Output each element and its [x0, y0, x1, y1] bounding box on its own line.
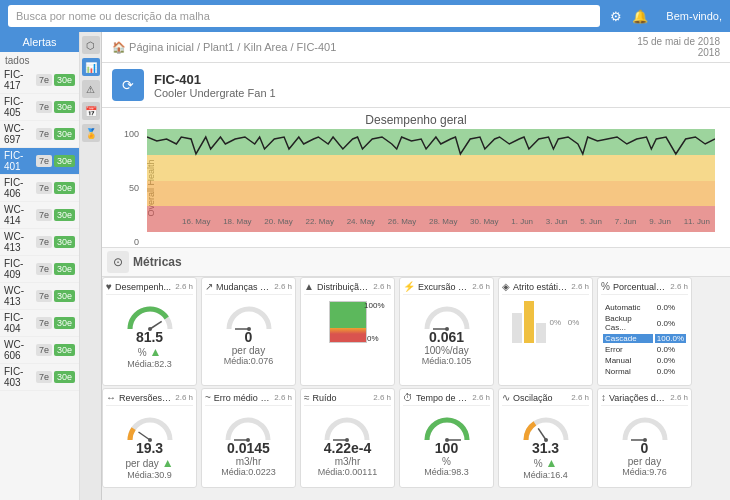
x-label: 3. Jun [546, 217, 568, 232]
metric-value: 81.5 [124, 329, 176, 345]
metric-card-erromdioa[interactable]: ~ Erro médio a... 2.6 h 0.0145 m3/hr Méd… [201, 388, 296, 488]
metric-avg: Média:0.105 [421, 356, 473, 366]
metric-card-tempodeati[interactable]: ⏱ Tempo de ati... 2.6 h 100 % Média:98.3 [399, 388, 494, 488]
sidebar-item-WC-606[interactable]: WC-606 7e 30e [0, 337, 79, 364]
content-area: 🏠 Página inicial / Plant1 / Kiln Area / … [102, 32, 730, 500]
x-label: 9. Jun [649, 217, 671, 232]
metric-card-atritoesttico[interactable]: ◈ Atrito estático... 2.6 h 0% 0% [498, 277, 593, 386]
gauge-wrapper: 0 per day Média:9.76 [619, 412, 671, 477]
sidebar-item-FIC-405[interactable]: FIC-405 7e 30e [0, 94, 79, 121]
sidebar-item-name: WC-413 [4, 231, 34, 253]
static-bar-label: 0% 0% [550, 318, 580, 327]
metric-card-porcentuald[interactable]: % Porcentual d... 2.6 h Automatic0.0%Bac… [597, 277, 692, 386]
nav-icon-calendar[interactable]: 📅 [82, 102, 100, 120]
sidebar-item-FIC-401[interactable]: FIC-401 7e 30e [0, 148, 79, 175]
y-label-100: 100 [124, 129, 139, 139]
metric-card-distribuio[interactable]: ▲ Distribuição ... 2.6 h 100% 0% [300, 277, 395, 386]
metric-card-title: Distribuição ... [317, 282, 370, 292]
sidebar-badge-1: 7e [36, 101, 52, 113]
gauge-wrapper: 31.3 % ▲ Média:16.4 [520, 412, 572, 480]
sidebar-badge-1: 7e [36, 236, 52, 248]
sidebar-badge-1: 7e [36, 317, 52, 329]
metric-card-title: Mudanças d... [216, 282, 271, 292]
y-label-0: 0 [134, 237, 139, 247]
chart-y-labels: 100 50 0 [112, 129, 142, 247]
sidebar-item-FIC-404[interactable]: FIC-404 7e 30e [0, 310, 79, 337]
sidebar-item-WC-413[interactable]: WC-413 7e 30e [0, 229, 79, 256]
sidebar-item-WC-697[interactable]: WC-697 7e 30e [0, 121, 79, 148]
sidebar-badge-1: 7e [36, 155, 52, 167]
chart-inner: 16. May18. May20. May22. May24. May26. M… [147, 129, 715, 232]
metric-value: 31.3 [520, 440, 572, 456]
metric-avg: Média:98.3 [421, 467, 473, 477]
metric-avg: Média:0.076 [223, 356, 275, 366]
metric-card-reversesd[interactable]: ↔ Reversões d... 2.6 h 19.3 per day ▲ Mé… [102, 388, 197, 488]
sidebar-item-name: FIC-409 [4, 258, 34, 280]
metric-card-rudo[interactable]: ≈ Ruído 2.6 h 4.22e-4 m3/hr Média:0.0011… [300, 388, 395, 488]
x-label: 20. May [264, 217, 292, 232]
metric-card-title: Ruído [313, 393, 371, 403]
metric-icon: ◈ [502, 281, 510, 292]
metrics-rows: ♥ Desempenh... 2.6 h 81.5 % ▲ Média:82.3… [102, 277, 730, 488]
metric-icon: ↕ [601, 392, 606, 403]
metrics-settings-icon[interactable]: ⊙ [107, 251, 129, 273]
metric-unit: % ▲ [124, 345, 176, 359]
sidebar-item-WC-414[interactable]: WC-414 7e 30e [0, 202, 79, 229]
gauge-svg [222, 412, 274, 442]
metric-card-oscilao[interactable]: ∿ Oscilação 2.6 h 31.3 % ▲ Média:16.4 [498, 388, 593, 488]
sidebar-item-FIC-406[interactable]: FIC-406 7e 30e [0, 175, 79, 202]
chart-title: Desempenho geral [112, 113, 720, 127]
metric-card-body: 100 % Média:98.3 [403, 408, 490, 481]
metric-unit: m3/hr [221, 456, 276, 467]
metric-unit: per day ▲ [124, 456, 176, 470]
metric-card-title: Tempo de ati... [416, 393, 469, 403]
x-label: 22. May [305, 217, 333, 232]
bell-icon[interactable]: 🔔 [632, 9, 648, 24]
sidebar-badge-2: 30e [54, 182, 75, 194]
x-label: 5. Jun [580, 217, 602, 232]
breadcrumb-bar: 🏠 Página inicial / Plant1 / Kiln Area / … [102, 32, 730, 63]
sidebar-item-name: WC-413 [4, 285, 34, 307]
svg-line-1 [150, 321, 162, 329]
nav-icon-chart[interactable]: 📊 [82, 58, 100, 76]
search-box[interactable]: Busca por nome ou descrição da malha [8, 5, 600, 27]
metric-card-variaesdo[interactable]: ↕ Variações do... 2.6 h 0 per day Média:… [597, 388, 692, 488]
home-icon[interactable]: 🏠 [112, 41, 126, 53]
sidebar-item-FIC-403[interactable]: FIC-403 7e 30e [0, 364, 79, 391]
metric-card-title: Oscilação [513, 393, 568, 403]
sidebar-item-name: FIC-406 [4, 177, 34, 199]
metric-card-header: ↗ Mudanças d... 2.6 h [205, 281, 292, 295]
metric-card-title: Variações do... [609, 393, 667, 403]
metric-card-excursode[interactable]: ⚡ Excursão de ... 2.6 h 0.061 100%/day M… [399, 277, 494, 386]
sidebar-badge-2: 30e [54, 128, 75, 140]
dist-bar: 100% 0% [329, 301, 367, 343]
nav-icon-alert[interactable]: ⚠ [82, 80, 100, 98]
nav-icon-badge[interactable]: 🏅 [82, 124, 100, 142]
sidebar-item-name: WC-414 [4, 204, 34, 226]
fic-title: FIC-401 [154, 72, 276, 87]
fic-header: ⟳ FIC-401 Cooler Undergrate Fan 1 [102, 63, 730, 108]
metric-card-time: 2.6 h [472, 393, 490, 402]
porcentual-row: Automatic0.0% [603, 303, 686, 312]
metric-card-mudanasd[interactable]: ↗ Mudanças d... 2.6 h 0 per day Média:0.… [201, 277, 296, 386]
main-layout: Alertas tados FIC-417 7e 30e FIC-405 7e … [0, 32, 730, 500]
metrics-label: Métricas [133, 255, 182, 269]
metric-value: 19.3 [124, 440, 176, 456]
sidebar-item-FIC-417[interactable]: FIC-417 7e 30e [0, 67, 79, 94]
metric-unit: 100%/day [421, 345, 473, 356]
porcentual-row: Cascade100.0% [603, 334, 686, 343]
nav-icon-cube[interactable]: ⬡ [82, 36, 100, 54]
metric-card-title: Excursão de ... [418, 282, 469, 292]
sidebar-item-WC-413[interactable]: WC-413 7e 30e [0, 283, 79, 310]
sidebar-item-FIC-409[interactable]: FIC-409 7e 30e [0, 256, 79, 283]
metric-card-desempenh[interactable]: ♥ Desempenh... 2.6 h 81.5 % ▲ Média:82.3 [102, 277, 197, 386]
sidebar-header: Alertas [0, 32, 79, 52]
sidebar-item-name: WC-606 [4, 339, 34, 361]
breadcrumb-path: 🏠 Página inicial / Plant1 / Kiln Area / … [112, 41, 336, 54]
metric-card-body: 0.0145 m3/hr Média:0.0223 [205, 408, 292, 481]
sidebar-badge-2: 30e [54, 371, 75, 383]
metric-card-body: 0.061 100%/day Média:0.105 [403, 297, 490, 370]
gear-icon[interactable]: ⚙ [610, 9, 622, 24]
x-label: 30. May [470, 217, 498, 232]
gauge-svg [223, 301, 275, 331]
